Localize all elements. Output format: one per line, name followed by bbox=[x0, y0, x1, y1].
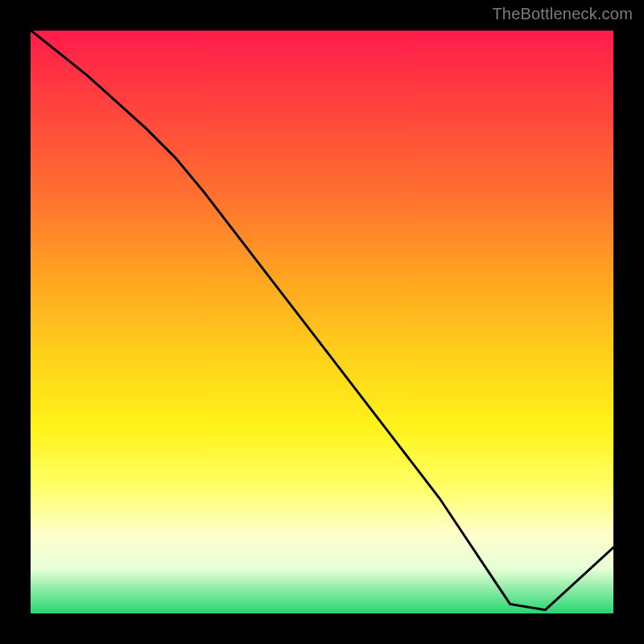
attribution-label: TheBottleneck.com bbox=[492, 5, 633, 23]
plot-frame bbox=[28, 28, 616, 616]
chart-line bbox=[28, 28, 616, 610]
line-chart-svg bbox=[28, 28, 616, 616]
chart-container: TheBottleneck.com bbox=[0, 0, 644, 644]
